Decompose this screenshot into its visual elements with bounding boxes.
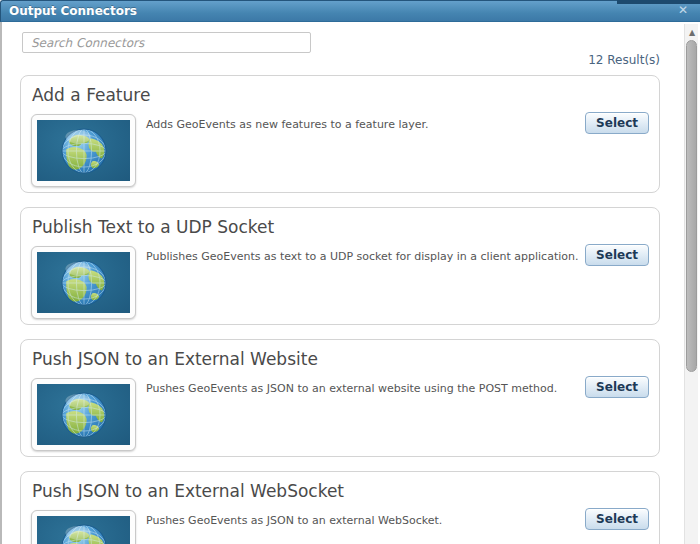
connector-thumbnail	[31, 510, 136, 544]
connector-description: Publishes GeoEvents as text to a UDP soc…	[146, 249, 589, 264]
scroll-up-arrow-icon[interactable]: ▲	[685, 26, 699, 40]
connector-card: Push JSON to an External WebSocket	[20, 471, 660, 544]
dialog-titlebar: Output Connectors	[0, 0, 700, 22]
dialog-left-border	[0, 22, 2, 544]
results-count: 12 Result(s)	[588, 53, 660, 67]
connector-title: Push JSON to an External Website	[32, 349, 318, 369]
select-button[interactable]: Select	[585, 376, 649, 398]
connector-title: Publish Text to a UDP Socket	[32, 217, 274, 237]
close-icon[interactable]: ✕	[675, 2, 691, 18]
connector-card: Add a Feature	[20, 75, 660, 193]
dialog-title: Output Connectors	[9, 1, 137, 22]
select-button[interactable]: Select	[585, 244, 649, 266]
globe-icon	[37, 252, 130, 313]
select-button[interactable]: Select	[585, 112, 649, 134]
connector-title: Add a Feature	[32, 85, 150, 105]
connector-thumbnail	[31, 114, 136, 187]
globe-icon	[37, 516, 130, 544]
connector-card: Push JSON to an External Website	[20, 339, 660, 457]
search-input[interactable]	[22, 32, 311, 53]
output-connectors-dialog: Output Connectors ✕ 12 Result(s) Add a F…	[0, 0, 700, 544]
globe-icon	[37, 120, 130, 181]
connector-description: Adds GeoEvents as new features to a feat…	[146, 117, 589, 132]
globe-icon	[37, 384, 130, 445]
connector-card: Publish Text to a UDP Socket	[20, 207, 660, 325]
vertical-scrollbar[interactable]: ▲	[684, 24, 698, 544]
connector-thumbnail	[31, 246, 136, 319]
scrollbar-thumb[interactable]	[686, 40, 697, 372]
connector-description: Pushes GeoEvents as JSON to an external …	[146, 513, 589, 528]
connector-title: Push JSON to an External WebSocket	[32, 481, 344, 501]
select-button[interactable]: Select	[585, 508, 649, 530]
connector-description: Pushes GeoEvents as JSON to an external …	[146, 381, 589, 396]
connector-thumbnail	[31, 378, 136, 451]
